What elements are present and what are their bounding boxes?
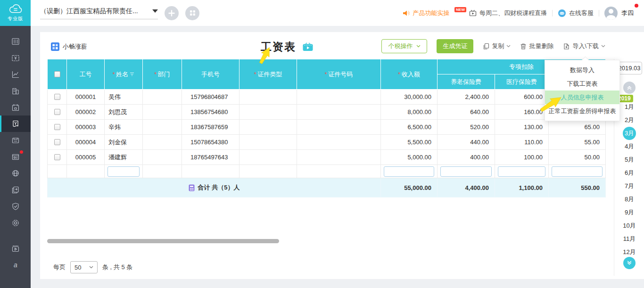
employee-name: 吴伟	[105, 90, 143, 105]
top-bar: （误删）江西服宝精品有限责任... 产品功能实操 NEW 每周二、四财税课程直播…	[31, 0, 644, 26]
salary-app-link[interactable]: 小畅涨薪	[51, 42, 87, 51]
dropdown-item[interactable]: 正常工资薪金所得申报表	[545, 104, 619, 118]
period-input[interactable]: 2019.03	[617, 62, 642, 74]
month-item[interactable]: 7月	[614, 180, 644, 193]
generate-voucher-button[interactable]: 生成凭证	[437, 39, 473, 53]
scroll-up-button[interactable]	[623, 82, 636, 94]
row-select-cell	[48, 90, 67, 105]
company-selector[interactable]: （误删）江西服宝精品有限责任...	[40, 7, 158, 19]
select-all-checkbox[interactable]	[54, 71, 60, 77]
tax-operations-button[interactable]: 个税操作	[381, 39, 427, 53]
sidebar-item-assistant[interactable]: a	[0, 257, 31, 273]
dropdown-item[interactable]: 下载工资表	[545, 77, 619, 91]
row-checkbox[interactable]	[54, 124, 60, 130]
income: 6,500.00	[381, 120, 438, 135]
sidebar-item-transfer[interactable]	[0, 181, 31, 198]
month-item[interactable]: 9月	[614, 206, 644, 219]
filter-icon[interactable]	[130, 72, 134, 76]
sidebar-item-salary[interactable]	[0, 115, 31, 132]
new-name-input[interactable]	[107, 166, 140, 177]
cash-journal-icon	[11, 53, 20, 63]
row-select-cell	[48, 105, 67, 120]
column-header-name: *姓名	[105, 59, 143, 90]
sidebar-item-report-center[interactable]	[0, 148, 31, 165]
sidebar-item-global[interactable]	[0, 165, 31, 181]
left-sidebar: 专业版 a	[0, 0, 31, 288]
row-checkbox[interactable]	[54, 139, 60, 145]
chat-robot-icon	[558, 9, 566, 17]
sidebar-item-tutorial[interactable]	[0, 240, 31, 257]
row-checkbox[interactable]	[54, 154, 60, 160]
month-item[interactable]: 6月	[614, 166, 644, 180]
scroll-down-button[interactable]	[623, 257, 636, 269]
video-help-icon[interactable]	[303, 42, 313, 51]
globe-icon	[11, 169, 20, 178]
month-item[interactable]: 10月	[614, 219, 644, 232]
total-pension: 4,400.00	[438, 178, 495, 197]
income: 8,000.00	[381, 105, 438, 120]
total-income: 55,000.00	[381, 178, 438, 197]
browser-report-icon	[11, 152, 20, 162]
table-row: 000002刘思茂138567546808,000.00640.00160.00	[48, 105, 606, 120]
month-item[interactable]: 3月	[614, 127, 644, 140]
sidebar-item-period[interactable]	[0, 99, 31, 115]
import-download-button[interactable]: 导入\下载	[563, 42, 605, 50]
building-icon	[11, 86, 20, 96]
divider	[599, 10, 599, 16]
sidebar-item-company[interactable]	[0, 82, 31, 99]
sidebar-item-voucher[interactable]	[0, 33, 31, 49]
month-item[interactable]: 11月	[614, 232, 644, 246]
cert-number	[297, 135, 381, 150]
total-row: 合计 共（5）人 55,000.00 4,400.00 1,100.00 550…	[48, 178, 606, 197]
dropdown-item[interactable]: 人员信息申报表	[545, 91, 619, 104]
month-item[interactable]: 5月	[614, 153, 644, 166]
sidebar-item-payout[interactable]	[0, 132, 31, 148]
row-select-cell	[48, 150, 67, 165]
pension-fee: 440.00	[438, 135, 495, 150]
sidebar-item-settings[interactable]	[0, 214, 31, 231]
medical-fee: 100.00	[495, 150, 549, 165]
batch-delete-button[interactable]: 批量删除	[520, 42, 553, 50]
new-pension-input[interactable]	[440, 166, 492, 177]
employee-id: 000004	[67, 135, 105, 150]
svg-text:a: a	[14, 261, 17, 269]
new-insurance-input[interactable]	[552, 166, 603, 177]
total-count-text: 条 , 共 5 条	[102, 263, 132, 272]
employee-id: 000005	[67, 150, 105, 165]
sidebar-item-cashier[interactable]	[0, 49, 31, 66]
live-course-link[interactable]: NEW 每周二、四财税课程直播	[454, 9, 547, 17]
new-entry-row	[48, 165, 606, 178]
avatar	[604, 7, 618, 20]
income: 30,000.00	[381, 90, 438, 105]
new-medical-input[interactable]	[498, 166, 545, 177]
copy-button[interactable]: 复制	[483, 42, 511, 50]
tv-icon	[469, 9, 477, 16]
app-logo[interactable]: 专业版	[0, 0, 31, 26]
month-item[interactable]: 8月	[614, 193, 644, 206]
page-size-select[interactable]: 50	[70, 261, 98, 273]
row-checkbox[interactable]	[54, 109, 60, 115]
sidebar-item-reports[interactable]	[0, 66, 31, 82]
import-download-menu: 数据导入下载工资表人员信息申报表正常工资薪金所得申报表	[545, 60, 620, 121]
sidebar-item-security[interactable]	[0, 198, 31, 214]
month-item[interactable]: 4月	[614, 140, 644, 153]
horizontal-scrollbar[interactable]	[47, 239, 279, 243]
chevron-down-icon	[506, 45, 511, 48]
cert-number	[297, 90, 381, 105]
cert-number	[297, 105, 381, 120]
department	[143, 105, 182, 120]
column-header-pension: 养老保险费	[438, 74, 495, 90]
online-service-link[interactable]: 在线客服	[558, 9, 594, 17]
dropdown-item[interactable]: 数据导入	[545, 63, 619, 77]
user-menu[interactable]: 李四	[604, 7, 634, 20]
required-mark: *	[113, 71, 115, 78]
apps-grid-button[interactable]	[185, 6, 199, 20]
add-company-button[interactable]	[165, 6, 179, 20]
copy-icon	[483, 43, 489, 49]
chevron-down-icon	[601, 45, 605, 48]
new-income-input[interactable]	[384, 166, 434, 177]
promo-link[interactable]: 产品功能实操	[402, 9, 449, 17]
row-checkbox[interactable]	[54, 94, 60, 100]
pagination: 每页 50 条 , 共 5 条	[53, 261, 132, 273]
column-header-cert-type: *证件类型	[239, 59, 297, 90]
